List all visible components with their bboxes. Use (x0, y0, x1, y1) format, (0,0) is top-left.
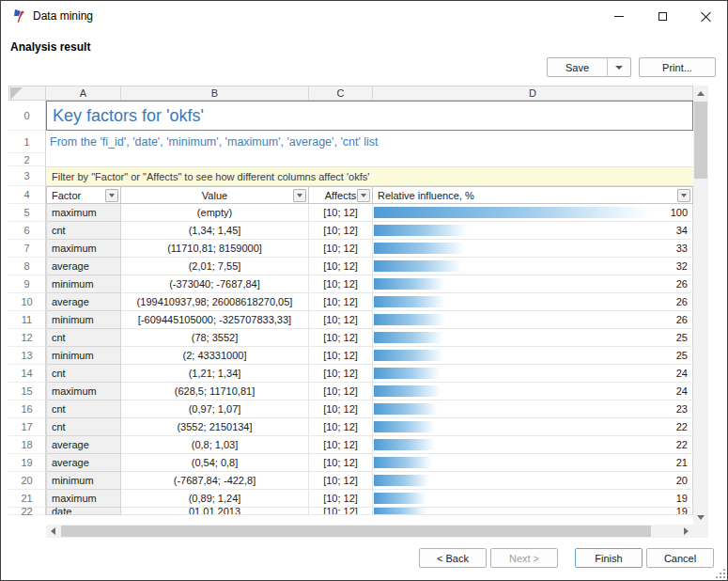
table-row[interactable]: 10 average (199410937,98; 26008618270,05… (8, 293, 709, 311)
report-title-cell[interactable]: Key factors for 'okfs' (46, 101, 693, 131)
affects-cell[interactable]: [10; 12] (309, 293, 373, 311)
value-cell[interactable]: (2; 43331000] (121, 347, 309, 365)
save-split-button[interactable]: Save (547, 57, 631, 77)
affects-cell[interactable]: [10; 12] (309, 508, 373, 515)
minimize-button[interactable] (597, 1, 641, 31)
value-cell[interactable]: (199410937,98; 26008618270,05] (121, 293, 309, 311)
row-number[interactable]: 13 (8, 347, 46, 365)
affects-cell[interactable]: [10; 12] (309, 490, 373, 508)
row-number[interactable]: 16 (8, 400, 46, 418)
table-row[interactable]: 9 minimum (-373040; -7687,84] [10; 12] 2… (8, 275, 709, 293)
cancel-button[interactable]: Cancel (646, 548, 714, 568)
row-number[interactable]: 4 (8, 186, 46, 204)
table-row[interactable]: 12 cnt (78; 3552] [10; 12] 25 (8, 329, 709, 347)
affects-cell[interactable]: [10; 12] (309, 258, 373, 275)
factor-column-header[interactable]: Factor (46, 186, 121, 204)
table-row[interactable]: 11 minimum [-609445105000; -325707833,33… (8, 311, 709, 329)
factor-cell[interactable]: cnt (46, 222, 121, 240)
row-number[interactable]: 15 (8, 383, 46, 400)
row-number[interactable]: 9 (8, 275, 46, 293)
influence-cell[interactable]: 22 (373, 418, 693, 436)
affects-cell[interactable]: [10; 12] (309, 347, 373, 365)
value-cell[interactable]: (0,8; 1,03] (121, 436, 309, 454)
value-cell[interactable]: (-373040; -7687,84] (121, 275, 309, 293)
save-dropdown-button[interactable] (607, 58, 630, 76)
row-number[interactable]: 1 (8, 131, 46, 153)
factor-cell[interactable]: average (46, 454, 121, 472)
print-button[interactable]: Print... (639, 57, 716, 77)
column-header-b[interactable]: B (121, 86, 309, 101)
save-button[interactable]: Save (548, 58, 607, 76)
row-number[interactable]: 14 (8, 365, 46, 383)
affects-cell[interactable]: [10; 12] (309, 275, 373, 293)
row-number[interactable]: 0 (8, 101, 46, 131)
factor-filter-button[interactable] (105, 189, 118, 202)
value-cell[interactable]: [-609445105000; -325707833,33] (121, 311, 309, 329)
influence-cell[interactable]: 21 (373, 454, 693, 472)
column-header-a[interactable]: A (46, 86, 121, 101)
table-row[interactable]: 20 minimum (-7687,84; -422,8] [10; 12] 2… (8, 472, 709, 490)
factor-cell[interactable]: cnt (46, 400, 121, 418)
value-cell[interactable]: (0,97; 1,07] (121, 400, 309, 418)
value-cell[interactable]: (empty) (121, 204, 309, 222)
value-cell[interactable]: (2,01; 7,55] (121, 258, 309, 275)
affects-cell[interactable]: [10; 12] (309, 329, 373, 347)
table-row[interactable]: 15 maximum (628,5; 11710,81] [10; 12] 24 (8, 383, 709, 400)
value-cell[interactable]: (1,34; 1,45] (121, 222, 309, 240)
influence-cell[interactable]: 33 (373, 240, 693, 258)
back-button[interactable]: < Back (419, 548, 487, 568)
factor-cell[interactable]: maximum (46, 383, 121, 400)
titlebar[interactable]: Data mining (1, 1, 727, 31)
value-cell[interactable]: (0,89; 1,24] (121, 490, 309, 508)
affects-column-header[interactable]: Affects (309, 186, 373, 204)
factor-cell[interactable]: average (46, 436, 121, 454)
row-number[interactable]: 7 (8, 240, 46, 258)
factor-cell[interactable]: average (46, 293, 121, 311)
row-number[interactable]: 8 (8, 258, 46, 275)
affects-cell[interactable]: [10; 12] (309, 383, 373, 400)
row-number[interactable]: 18 (8, 436, 46, 454)
affects-cell[interactable]: [10; 12] (309, 454, 373, 472)
value-cell[interactable]: (1,21; 1,34] (121, 365, 309, 383)
influence-cell[interactable]: 24 (373, 383, 693, 400)
factor-cell[interactable]: maximum (46, 240, 121, 258)
affects-cell[interactable]: [10; 12] (309, 436, 373, 454)
report-subtitle-cell[interactable]: From the 'fi_id', 'date', 'minimum', 'ma… (46, 131, 693, 153)
scroll-down-button[interactable] (693, 510, 708, 525)
influence-cell[interactable]: 20 (373, 472, 693, 490)
factor-cell[interactable]: minimum (46, 275, 121, 293)
column-header-c[interactable]: C (309, 86, 373, 101)
row-number[interactable]: 10 (8, 293, 46, 311)
value-filter-button[interactable] (293, 189, 306, 202)
row-number[interactable]: 2 (8, 153, 46, 166)
table-row[interactable]: 8 average (2,01; 7,55] [10; 12] 32 (8, 258, 709, 275)
table-row[interactable]: 6 cnt (1,34; 1,45] [10; 12] 34 (8, 222, 709, 240)
table-row[interactable]: 22 date 01.01.2013 [10; 12] 19 (8, 508, 709, 515)
table-row[interactable]: 7 maximum (11710,81; 8159000] [10; 12] 3… (8, 240, 709, 258)
influence-cell[interactable]: 22 (373, 436, 693, 454)
row-number[interactable]: 6 (8, 222, 46, 240)
vertical-scroll-thumb[interactable] (694, 102, 707, 179)
influence-filter-button[interactable] (677, 189, 690, 202)
influence-cell[interactable]: 25 (373, 347, 693, 365)
value-cell[interactable]: (11710,81; 8159000] (121, 240, 309, 258)
horizontal-scroll-thumb[interactable] (61, 526, 651, 537)
influence-cell[interactable]: 32 (373, 258, 693, 275)
affects-filter-button[interactable] (357, 189, 370, 202)
influence-column-header[interactable]: Relative influence, % (373, 186, 693, 204)
value-cell[interactable]: 01.01.2013 (121, 508, 309, 515)
scroll-up-button[interactable] (693, 86, 708, 101)
influence-cell[interactable]: 23 (373, 400, 693, 418)
factor-cell[interactable]: average (46, 258, 121, 275)
factor-cell[interactable]: date (46, 508, 121, 515)
row-number[interactable]: 20 (8, 472, 46, 490)
factor-cell[interactable]: cnt (46, 365, 121, 383)
scroll-right-button[interactable] (679, 525, 693, 538)
influence-cell[interactable]: 26 (373, 293, 693, 311)
table-row[interactable]: 14 cnt (1,21; 1,34] [10; 12] 24 (8, 365, 709, 383)
close-button[interactable] (684, 1, 727, 31)
influence-cell[interactable]: 25 (373, 329, 693, 347)
factor-cell[interactable]: cnt (46, 329, 121, 347)
row-number[interactable]: 3 (8, 166, 46, 186)
table-row[interactable]: 17 cnt (3552; 2150134] [10; 12] 22 (8, 418, 709, 436)
